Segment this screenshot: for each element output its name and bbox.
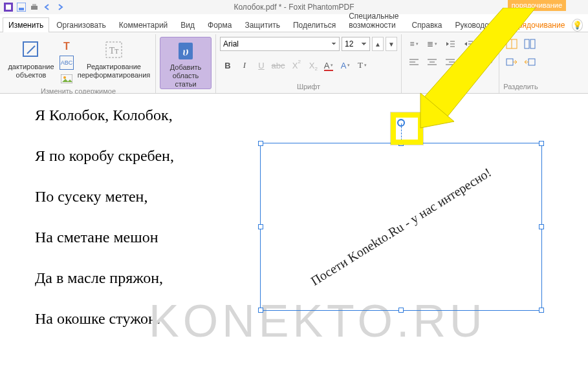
align-center-button[interactable]: [424, 55, 441, 69]
text-tool-icon[interactable]: T: [60, 39, 74, 54]
link-box-icon[interactable]: [503, 55, 520, 69]
shrink-font-button[interactable]: ▼: [386, 37, 397, 51]
window-title: Колобок.pdf * - Foxit PhantomPDF: [234, 3, 354, 12]
align-left-button[interactable]: [406, 55, 422, 69]
resize-handle[interactable]: [398, 308, 404, 313]
svg-rect-6: [23, 42, 38, 56]
highlight-button[interactable]: A▾: [338, 58, 353, 73]
bullets-button[interactable]: ≡▾: [406, 37, 422, 51]
group-edit-content: дактирование объектов T ABC Tт Редактиро…: [1, 34, 156, 93]
svg-rect-33: [525, 39, 529, 48]
svg-rect-35: [506, 59, 513, 65]
merge-cells-icon[interactable]: [503, 37, 520, 51]
group-label-paragraph: Абзац: [406, 81, 495, 92]
strike-button[interactable]: abc: [270, 58, 286, 73]
char-spacing-button[interactable]: A↔▾: [478, 37, 495, 51]
outdent-button[interactable]: [442, 37, 459, 51]
title-bar: Колобок.pdf * - Foxit PhantomPDF порядоч…: [0, 0, 588, 14]
svg-point-8: [63, 76, 66, 79]
print-icon[interactable]: [30, 3, 39, 12]
font-color-button[interactable]: A▾: [321, 58, 336, 73]
align-justify-button[interactable]: [460, 55, 477, 69]
group-label-split: Разделить: [503, 81, 538, 92]
title-badge: порядочивание: [508, 0, 566, 11]
unlink-box-icon[interactable]: [521, 55, 538, 69]
selection-box[interactable]: Посети Konekto.Ru - у нас интересно!: [260, 143, 542, 311]
split-vert-icon[interactable]: [521, 37, 538, 51]
edit-objects-icon: [19, 38, 43, 61]
app-menu-icon[interactable]: [4, 3, 13, 12]
resize-handle[interactable]: [539, 224, 544, 229]
resize-handle[interactable]: [258, 308, 263, 313]
tab-accessibility[interactable]: Специальные возможности: [343, 8, 404, 32]
tab-view[interactable]: Вид: [175, 17, 201, 32]
italic-button[interactable]: I: [237, 58, 252, 73]
tab-help[interactable]: Справка: [406, 17, 448, 32]
group-split: Разделить: [499, 34, 542, 93]
ribbon: дактирование объектов T ABC Tт Редактиро…: [0, 32, 588, 94]
tab-organize[interactable]: Организовать: [50, 17, 112, 32]
annotation-highlight-box: [391, 112, 423, 145]
edit-objects-label: дактирование объектов: [8, 63, 54, 79]
edit-objects-button[interactable]: дактирование объектов: [5, 37, 57, 79]
reflow-label: Редактирование переформатирования: [78, 63, 150, 79]
add-article-button[interactable]: ሀ Добавить область статьи: [160, 37, 212, 89]
image-icon[interactable]: [60, 72, 74, 86]
document-view: Я Колобок, Колобок, Я по коробу скребен,…: [0, 94, 588, 367]
align-right-button[interactable]: [442, 55, 459, 69]
help-bulb-icon[interactable]: 💡: [572, 19, 583, 32]
font-name-select[interactable]: Arial: [220, 37, 340, 51]
underline-button[interactable]: U: [254, 58, 269, 73]
tab-guide[interactable]: Руководст: [450, 17, 498, 32]
tab-comment[interactable]: Комментарий: [113, 17, 174, 32]
tab-protect[interactable]: Защитить: [239, 17, 285, 32]
svg-rect-5: [32, 4, 36, 6]
add-article-icon: ሀ: [174, 39, 197, 62]
line-spacing-button[interactable]: ↕≡▾: [478, 55, 495, 69]
ribbon-tabs: Изменить Организовать Комментарий Вид Фо…: [0, 14, 588, 32]
group-label-font: Шрифт: [220, 81, 397, 92]
tab-arrange[interactable]: Упорядочивание: [499, 17, 571, 32]
selected-text-object[interactable]: Посети Konekto.Ru - у нас интересно!: [308, 165, 494, 288]
undo-icon[interactable]: [43, 3, 52, 12]
tab-share[interactable]: Поделиться: [287, 17, 342, 32]
abc-text-icon[interactable]: ABC: [60, 56, 74, 70]
svg-rect-34: [530, 39, 535, 48]
svg-text:ሀ: ሀ: [182, 45, 190, 58]
bold-button[interactable]: B: [220, 58, 235, 73]
tab-change[interactable]: Изменить: [3, 17, 49, 32]
text-case-button[interactable]: Т▾: [354, 58, 370, 73]
svg-rect-3: [19, 8, 24, 10]
quick-access-toolbar: [0, 3, 65, 12]
reflow-icon: Tт: [102, 38, 125, 61]
resize-handle[interactable]: [539, 141, 544, 146]
save-icon[interactable]: [17, 3, 26, 12]
edit-reflow-button[interactable]: Tт Редактирование переформатирования: [76, 37, 151, 79]
group-font: Arial 12 ▲ ▼ B I U abc X2 X2 A▾ A▾ Т▾ Шр…: [216, 34, 402, 93]
svg-rect-1: [6, 5, 11, 10]
font-size-select[interactable]: 12: [342, 37, 370, 51]
indent-button[interactable]: [460, 37, 477, 51]
resize-handle[interactable]: [258, 224, 263, 229]
svg-text:Tт: Tт: [109, 46, 119, 56]
tab-form[interactable]: Форма: [202, 17, 237, 32]
redo-icon[interactable]: [56, 3, 65, 12]
resize-handle[interactable]: [539, 308, 544, 313]
group-paragraph: ≡▾ ≣▾ A↔▾: [402, 34, 499, 93]
group-add-article: ሀ Добавить область статьи: [156, 34, 216, 93]
numbering-button[interactable]: ≣▾: [424, 37, 441, 51]
text-line[interactable]: Я Колобок, Колобок,: [35, 107, 588, 124]
resize-handle[interactable]: [258, 141, 263, 146]
svg-rect-4: [31, 6, 38, 10]
subscript-button[interactable]: X2: [304, 58, 320, 73]
add-article-label: Добавить область статьи: [162, 63, 210, 89]
grow-font-button[interactable]: ▲: [372, 37, 384, 51]
svg-rect-36: [528, 59, 535, 65]
superscript-button[interactable]: X2: [287, 58, 303, 73]
